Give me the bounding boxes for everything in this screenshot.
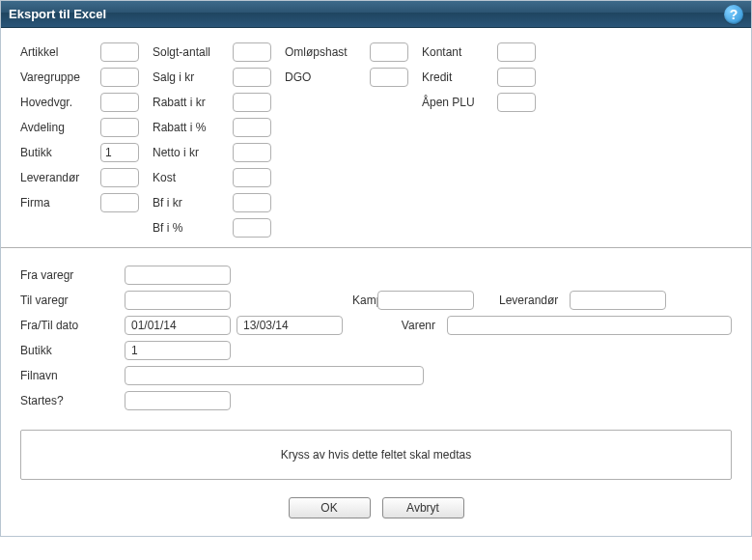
label-nettoikr: Netto i kr (153, 143, 225, 162)
input-apenplu[interactable] (497, 93, 536, 112)
input-rabattikr[interactable] (233, 93, 271, 112)
label-kredit: Kredit (422, 68, 489, 87)
label-firma: Firma (20, 193, 93, 212)
cancel-button[interactable]: Avbryt (382, 497, 464, 518)
titlebar: Eksport til Excel ? (1, 1, 751, 28)
label-kost: Kost (153, 168, 225, 187)
label-leverandor-lower: Leverandør (480, 294, 564, 307)
lower-section: Fra varegr Til varegr Kampanje Leverandø… (20, 266, 732, 410)
column-2: Solgt-antall Salg i kr Rabatt i kr Rabat… (153, 42, 271, 238)
column-3: Omløpshast DGO (285, 42, 408, 238)
window-title: Eksport til Excel (9, 7, 106, 21)
input-butikk-upper[interactable] (100, 143, 139, 162)
input-kredit[interactable] (497, 68, 536, 87)
label-artikkel: Artikkel (20, 42, 93, 62)
input-fravaregr[interactable] (125, 266, 231, 285)
input-startes[interactable] (125, 391, 231, 410)
input-firma[interactable] (100, 193, 139, 212)
input-leverandor-upper[interactable] (100, 168, 139, 187)
input-bfipct[interactable] (233, 218, 271, 238)
note-text: Kryss av hvis dette feltet skal medtas (281, 448, 471, 462)
label-bfikr: Bf i kr (153, 193, 225, 212)
label-dgo: DGO (285, 68, 362, 87)
input-dgo[interactable] (370, 68, 408, 87)
input-kampanje[interactable] (377, 291, 474, 310)
input-tildato[interactable] (237, 316, 343, 335)
help-icon[interactable]: ? (724, 5, 743, 24)
label-filnavn: Filnavn (20, 369, 117, 382)
button-row: OK Avbryt (20, 497, 732, 518)
label-varegruppe: Varegruppe (20, 68, 93, 87)
label-avdeling: Avdeling (20, 118, 93, 137)
label-hovedvgr: Hovedvgr. (20, 93, 93, 112)
label-fravaregr: Fra varegr (20, 268, 117, 282)
label-rabattipct: Rabatt i % (153, 118, 225, 137)
input-kost[interactable] (233, 168, 271, 187)
input-rabattipct[interactable] (233, 118, 271, 137)
input-bfikr[interactable] (233, 193, 271, 212)
input-nettoikr[interactable] (233, 143, 271, 162)
input-avdeling[interactable] (100, 118, 139, 137)
input-varenr[interactable] (447, 316, 732, 335)
label-rabattikr: Rabatt i kr (153, 93, 225, 112)
input-kontant[interactable] (497, 42, 536, 62)
input-solgtantall[interactable] (233, 42, 271, 62)
divider (1, 247, 751, 248)
input-butikk-lower[interactable] (125, 341, 231, 360)
label-bfipct: Bf i % (153, 218, 225, 238)
input-salgikr[interactable] (233, 68, 271, 87)
ok-button[interactable]: OK (289, 497, 371, 518)
input-artikkel[interactable] (100, 42, 139, 62)
note-box: Kryss av hvis dette feltet skal medtas (20, 430, 732, 480)
label-solgtantall: Solgt-antall (153, 42, 225, 62)
label-butikk-lower: Butikk (20, 344, 117, 357)
input-tilvaregr[interactable] (125, 291, 231, 310)
input-varegruppe[interactable] (100, 68, 139, 87)
label-apenplu: Åpen PLU (422, 93, 489, 112)
label-leverandor-upper: Leverandør (20, 168, 93, 187)
label-kampanje: Kampanje (237, 294, 372, 307)
column-4: Kontant Kredit Åpen PLU (422, 42, 536, 238)
input-filnavn[interactable] (125, 366, 424, 385)
input-fradato[interactable] (125, 316, 231, 335)
input-leverandor-lower[interactable] (570, 291, 666, 310)
label-butikk-upper: Butikk (20, 143, 93, 162)
label-kontant: Kontant (422, 42, 489, 62)
input-omlopshast[interactable] (370, 42, 408, 62)
input-hovedvgr[interactable] (100, 93, 139, 112)
label-salgikr: Salg i kr (153, 68, 225, 87)
label-startes: Startes? (20, 394, 117, 407)
label-fratildato: Fra/Til dato (20, 319, 117, 332)
label-varenr: Varenr (348, 319, 441, 332)
export-dialog: Eksport til Excel ? Artikkel Varegruppe … (0, 0, 752, 537)
label-omlopshast: Omløpshast (285, 42, 362, 62)
column-1: Artikkel Varegruppe Hovedvgr. Avdeling B… (20, 42, 139, 238)
label-tilvaregr: Til varegr (20, 294, 117, 307)
